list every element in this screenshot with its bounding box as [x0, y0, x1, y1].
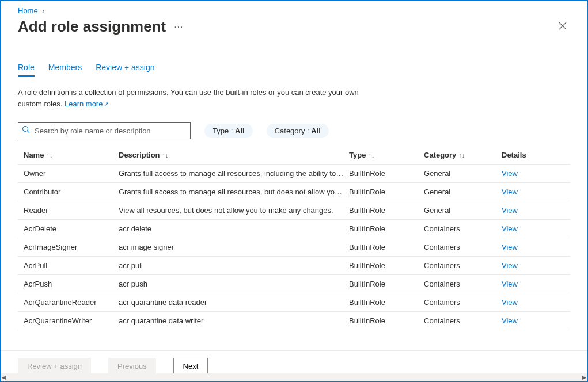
- view-link[interactable]: View: [502, 280, 559, 288]
- learn-more-label: Learn more: [65, 100, 103, 108]
- cell-category: Containers: [424, 224, 502, 233]
- scroll-left-icon[interactable]: ◀: [2, 375, 6, 380]
- filter-type-label: Type :: [213, 127, 235, 135]
- svg-point-0: [23, 127, 28, 132]
- review-assign-button: Review + assign: [18, 358, 91, 375]
- cell-description: View all resources, but does not allow y…: [119, 206, 349, 215]
- header: Add role assignment ···: [1, 17, 587, 41]
- cell-category: General: [424, 206, 502, 215]
- cell-type: BuiltInRole: [349, 188, 424, 196]
- tab-members[interactable]: Members: [48, 63, 82, 77]
- view-link[interactable]: View: [502, 188, 559, 196]
- cell-type: BuiltInRole: [349, 224, 424, 233]
- search-box: [18, 122, 191, 139]
- svg-line-1: [28, 131, 30, 133]
- cell-type: BuiltInRole: [349, 298, 424, 307]
- col-type[interactable]: Type↑↓: [349, 151, 424, 159]
- cell-description: acr push: [119, 280, 349, 288]
- roles-table: Name↑↓ Description↑↓ Type↑↓ Category↑↓ D…: [18, 147, 570, 330]
- learn-more-link[interactable]: Learn more↗: [65, 100, 109, 108]
- tab-role[interactable]: Role: [18, 63, 35, 77]
- cell-name: Reader: [24, 206, 119, 215]
- sort-icon: ↑↓: [46, 152, 52, 159]
- next-button[interactable]: Next: [173, 358, 208, 375]
- cell-type: BuiltInRole: [349, 316, 424, 325]
- filter-row: Type : All Category : All: [18, 122, 570, 139]
- col-name[interactable]: Name↑↓: [24, 151, 119, 159]
- view-link[interactable]: View: [502, 316, 559, 325]
- table-row[interactable]: AcrPullacr pullBuiltInRoleContainersView: [18, 257, 570, 275]
- table-header: Name↑↓ Description↑↓ Type↑↓ Category↑↓ D…: [18, 147, 570, 165]
- cell-category: Containers: [424, 261, 502, 270]
- chevron-right-icon: ›: [42, 6, 44, 15]
- scroll-right-icon[interactable]: ▶: [582, 375, 586, 380]
- cell-name: AcrPull: [24, 261, 119, 270]
- more-icon[interactable]: ···: [174, 22, 183, 32]
- cell-category: General: [424, 169, 502, 178]
- footer: Review + assign Previous Next ◀ ▶: [1, 350, 587, 381]
- sort-icon: ↑↓: [368, 152, 374, 159]
- col-description[interactable]: Description↑↓: [119, 151, 349, 159]
- content-scroll[interactable]: Role Members Review + assign A role defi…: [1, 48, 587, 350]
- external-link-icon: ↗: [104, 100, 109, 109]
- cell-description: acr delete: [119, 224, 349, 233]
- view-link[interactable]: View: [502, 224, 559, 233]
- cell-name: AcrQuarantineWriter: [24, 316, 119, 325]
- cell-category: Containers: [424, 298, 502, 307]
- sort-icon: ↑↓: [162, 152, 169, 159]
- table-row[interactable]: ContributorGrants full access to manage …: [18, 183, 570, 201]
- cell-description: acr image signer: [119, 243, 349, 251]
- table-row[interactable]: AcrImageSigneracr image signerBuiltInRol…: [18, 238, 570, 257]
- view-link[interactable]: View: [502, 206, 559, 215]
- cell-category: Containers: [424, 316, 502, 325]
- previous-button: Previous: [108, 358, 156, 375]
- search-icon: [22, 125, 30, 135]
- cell-description: acr quarantine data reader: [119, 298, 349, 307]
- view-link[interactable]: View: [502, 298, 559, 307]
- cell-name: AcrImageSigner: [24, 243, 119, 251]
- cell-description: acr pull: [119, 261, 349, 270]
- filter-type[interactable]: Type : All: [204, 124, 253, 138]
- table-row[interactable]: AcrDeleteacr deleteBuiltInRoleContainers…: [18, 220, 570, 238]
- filter-category[interactable]: Category : All: [267, 124, 329, 138]
- breadcrumb: Home ›: [1, 1, 587, 17]
- view-link[interactable]: View: [502, 243, 559, 251]
- table-row[interactable]: OwnerGrants full access to manage all re…: [18, 165, 570, 183]
- horizontal-scrollbar[interactable]: ◀ ▶: [1, 373, 587, 381]
- cell-description: Grants full access to manage all resourc…: [119, 169, 349, 178]
- page-title: Add role assignment: [18, 18, 166, 36]
- table-row[interactable]: AcrQuarantineWriteracr quarantine data w…: [18, 312, 570, 330]
- cell-type: BuiltInRole: [349, 243, 424, 251]
- table-row[interactable]: AcrQuarantineReaderacr quarantine data r…: [18, 293, 570, 312]
- view-link[interactable]: View: [502, 261, 559, 270]
- cell-type: BuiltInRole: [349, 261, 424, 270]
- cell-description: Grants full access to manage all resourc…: [119, 188, 349, 196]
- search-input[interactable]: [18, 122, 191, 139]
- cell-category: Containers: [424, 280, 502, 288]
- filter-type-value: All: [235, 127, 245, 135]
- table-row[interactable]: ReaderView all resources, but does not a…: [18, 201, 570, 220]
- cell-name: Contributor: [24, 188, 119, 196]
- tab-review-assign[interactable]: Review + assign: [96, 63, 154, 77]
- filter-category-value: All: [311, 127, 321, 135]
- close-icon: [559, 22, 567, 30]
- cell-description: acr quarantine data writer: [119, 316, 349, 325]
- cell-type: BuiltInRole: [349, 280, 424, 288]
- cell-name: AcrQuarantineReader: [24, 298, 119, 307]
- cell-name: AcrPush: [24, 280, 119, 288]
- table-row[interactable]: AcrPushacr pushBuiltInRoleContainersView: [18, 275, 570, 293]
- breadcrumb-home[interactable]: Home: [18, 6, 38, 15]
- col-category[interactable]: Category↑↓: [424, 151, 502, 159]
- cell-category: Containers: [424, 243, 502, 251]
- cell-type: BuiltInRole: [349, 206, 424, 215]
- cell-name: AcrDelete: [24, 224, 119, 233]
- cell-name: Owner: [24, 169, 119, 178]
- close-button[interactable]: [555, 17, 570, 36]
- col-details: Details: [502, 151, 559, 159]
- view-link[interactable]: View: [502, 169, 559, 178]
- tabs: Role Members Review + assign: [18, 63, 570, 77]
- cell-type: BuiltInRole: [349, 169, 424, 178]
- sort-icon: ↑↓: [458, 152, 465, 159]
- filter-category-label: Category :: [275, 127, 312, 135]
- cell-category: General: [424, 188, 502, 196]
